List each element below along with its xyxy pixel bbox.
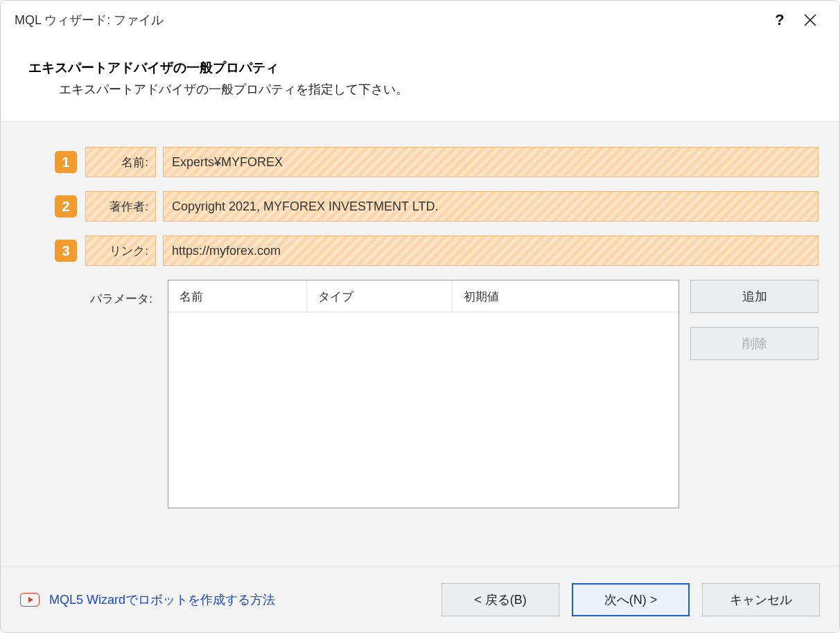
parameters-table-header: 名前 タイプ 初期値 [168, 280, 679, 312]
add-button[interactable]: 追加 [690, 280, 819, 313]
cancel-button[interactable]: キャンセル [702, 583, 820, 616]
header-block: エキスパートアドバイザの一般プロパティ エキスパートアドバイザの一般プロパティを… [1, 39, 839, 122]
row-parameters: パラメータ: 名前 タイプ 初期値 追加 削除 [21, 280, 819, 508]
badge-1: 1 [55, 151, 77, 173]
youtube-icon [20, 593, 40, 607]
link-field[interactable]: https://myforex.com [163, 235, 819, 266]
row-name: 1 名前: Experts¥MYFOREX [21, 147, 819, 177]
parameters-table[interactable]: 名前 タイプ 初期値 [168, 280, 679, 508]
parameters-side-buttons: 追加 削除 [690, 280, 819, 508]
label-link: リンク: [85, 235, 156, 266]
row-link: 3 リンク: https://myforex.com [21, 235, 819, 266]
back-button[interactable]: < 戻る(B) [441, 583, 559, 616]
badge-3: 3 [55, 240, 77, 262]
label-name: 名前: [85, 147, 156, 177]
name-field[interactable]: Experts¥MYFOREX [163, 147, 819, 177]
titlebar: MQL ウィザード: ファイル ? [1, 1, 839, 39]
author-field[interactable]: Copyright 2021, MYFOREX INVESTMENT LTD. [163, 191, 819, 222]
delete-button: 削除 [690, 327, 819, 360]
close-icon [803, 13, 817, 27]
footer: MQL5 Wizardでロボットを作成する方法 < 戻る(B) 次へ(N) > … [1, 566, 839, 632]
help-button[interactable]: ? [764, 11, 795, 29]
next-button[interactable]: 次へ(N) > [572, 583, 690, 616]
close-button[interactable] [795, 13, 825, 27]
wizard-dialog: MQL ウィザード: ファイル ? エキスパートアドバイザの一般プロパティ エキ… [0, 0, 840, 633]
badge-2: 2 [55, 195, 77, 217]
footer-link-wrap: MQL5 Wizardでロボットを作成する方法 [20, 591, 429, 608]
row-author: 2 著作者: Copyright 2021, MYFOREX INVESTMEN… [21, 191, 819, 222]
tutorial-link[interactable]: MQL5 Wizardでロボットを作成する方法 [49, 591, 275, 608]
col-name[interactable]: 名前 [168, 280, 307, 312]
window-title: MQL ウィザード: ファイル [15, 12, 764, 28]
col-type[interactable]: タイプ [307, 280, 453, 312]
header-subtitle: エキスパートアドバイザの一般プロパティを指定して下さい。 [28, 81, 812, 98]
label-parameters: パラメータ: [21, 280, 157, 508]
form-area: 1 名前: Experts¥MYFOREX 2 著作者: Copyright 2… [1, 122, 839, 566]
header-heading: エキスパートアドバイザの一般プロパティ [28, 59, 812, 77]
col-initial[interactable]: 初期値 [453, 280, 679, 312]
label-author: 著作者: [85, 191, 156, 222]
